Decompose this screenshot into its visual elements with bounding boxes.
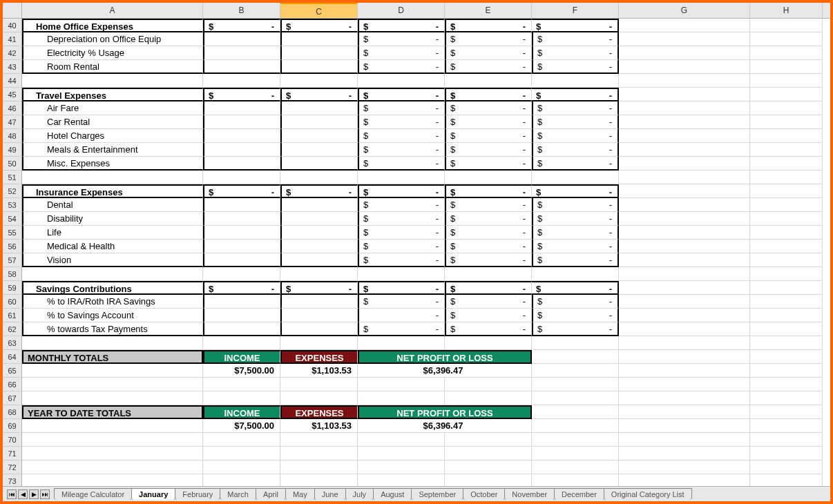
row-header[interactable]: 59 [3, 281, 22, 295]
cell[interactable] [750, 240, 823, 253]
expenses-header[interactable]: EXPENSES [280, 350, 358, 364]
cell[interactable] [22, 461, 203, 474]
net-value[interactable]: $6,396.47 [358, 364, 532, 378]
cell[interactable]: $- [445, 157, 532, 171]
row-header[interactable]: 70 [3, 433, 22, 447]
cell[interactable]: $- [532, 226, 619, 240]
cell[interactable] [445, 336, 532, 350]
row-header[interactable]: 51 [3, 171, 22, 184]
cell[interactable]: $- [532, 60, 619, 74]
row-header[interactable]: 41 [3, 32, 22, 46]
cell[interactable] [445, 461, 532, 474]
income-header[interactable]: INCOME [203, 405, 280, 419]
item-label[interactable]: Vision [22, 253, 203, 267]
cell[interactable] [532, 364, 619, 378]
cell[interactable] [203, 171, 280, 184]
cell[interactable] [750, 212, 823, 226]
cell[interactable]: $- [358, 88, 445, 101]
cell[interactable] [532, 336, 619, 350]
cell[interactable]: $- [445, 281, 532, 295]
cell[interactable] [619, 157, 750, 171]
cell[interactable] [22, 171, 203, 184]
cell[interactable] [445, 474, 532, 486]
cell[interactable]: $- [445, 184, 532, 198]
cell[interactable] [750, 74, 823, 88]
item-label[interactable]: % to IRA/Roth IRA Savings [22, 295, 203, 309]
cell[interactable] [750, 32, 823, 46]
expenses-value[interactable]: $1,103.53 [280, 364, 358, 378]
cell[interactable] [532, 461, 619, 474]
row-header[interactable]: 63 [3, 336, 22, 350]
cell[interactable]: $- [445, 101, 532, 115]
cell[interactable] [619, 336, 750, 350]
cell[interactable] [203, 240, 280, 253]
cell[interactable] [750, 226, 823, 240]
cell[interactable] [750, 198, 823, 212]
row-header[interactable]: 67 [3, 391, 22, 405]
cell[interactable] [750, 157, 823, 171]
cell[interactable]: $- [532, 198, 619, 212]
row-header[interactable]: 49 [3, 143, 22, 157]
cell[interactable]: $- [532, 129, 619, 143]
cell[interactable]: $- [532, 157, 619, 171]
cell[interactable] [619, 267, 750, 281]
cell[interactable]: $- [358, 281, 445, 295]
cell[interactable]: $- [445, 212, 532, 226]
cell[interactable]: $- [358, 157, 445, 171]
cell-grid[interactable]: 40Home Office Expenses$-$-$-$-$-41Deprec… [3, 19, 830, 486]
cell[interactable]: $- [532, 322, 619, 336]
cell[interactable] [750, 253, 823, 267]
item-label[interactable]: % towards Tax Payments [22, 322, 203, 336]
cell[interactable] [203, 32, 280, 46]
cell[interactable] [619, 184, 750, 198]
row-header[interactable]: 66 [3, 378, 22, 391]
cell[interactable] [750, 295, 823, 309]
cell[interactable] [619, 88, 750, 101]
cell[interactable] [280, 115, 358, 129]
cell[interactable] [358, 391, 445, 405]
cell[interactable] [280, 461, 358, 474]
cell[interactable] [203, 157, 280, 171]
tab-nav-first-icon[interactable]: ⏮ [7, 490, 17, 499]
cell[interactable]: $- [445, 253, 532, 267]
column-header-A[interactable]: A [22, 3, 203, 18]
cell[interactable] [750, 129, 823, 143]
column-header-G[interactable]: G [619, 3, 750, 18]
item-label[interactable]: Air Fare [22, 101, 203, 115]
cell[interactable] [750, 309, 823, 322]
cell[interactable] [358, 171, 445, 184]
cell[interactable] [750, 405, 823, 419]
column-header-B[interactable]: B [203, 3, 280, 18]
cell[interactable] [203, 267, 280, 281]
expenses-header[interactable]: EXPENSES [280, 405, 358, 419]
cell[interactable]: $- [280, 184, 358, 198]
sheet-tab[interactable]: May [285, 488, 315, 500]
cell[interactable] [619, 461, 750, 474]
cell[interactable] [750, 474, 823, 486]
cell[interactable] [203, 322, 280, 336]
cell[interactable] [619, 391, 750, 405]
item-label[interactable]: % to Savings Account [22, 309, 203, 322]
cell[interactable]: $- [532, 46, 619, 60]
cell[interactable] [280, 336, 358, 350]
cell[interactable] [445, 433, 532, 447]
income-value[interactable]: $7,500.00 [203, 364, 280, 378]
cell[interactable] [619, 378, 750, 391]
cell[interactable] [750, 88, 823, 101]
row-header[interactable]: 56 [3, 240, 22, 253]
cell[interactable] [750, 101, 823, 115]
cell[interactable] [619, 129, 750, 143]
cell[interactable]: $- [358, 32, 445, 46]
cell[interactable] [280, 157, 358, 171]
column-header-E[interactable]: E [445, 3, 532, 18]
column-header-H[interactable]: H [750, 3, 823, 18]
cell[interactable]: $- [358, 101, 445, 115]
row-header[interactable]: 50 [3, 157, 22, 171]
cell[interactable] [619, 212, 750, 226]
cell[interactable] [532, 171, 619, 184]
cell[interactable] [280, 143, 358, 157]
cell[interactable]: $- [532, 32, 619, 46]
row-header[interactable]: 60 [3, 295, 22, 309]
cell[interactable] [280, 32, 358, 46]
cell[interactable]: $- [445, 19, 532, 32]
